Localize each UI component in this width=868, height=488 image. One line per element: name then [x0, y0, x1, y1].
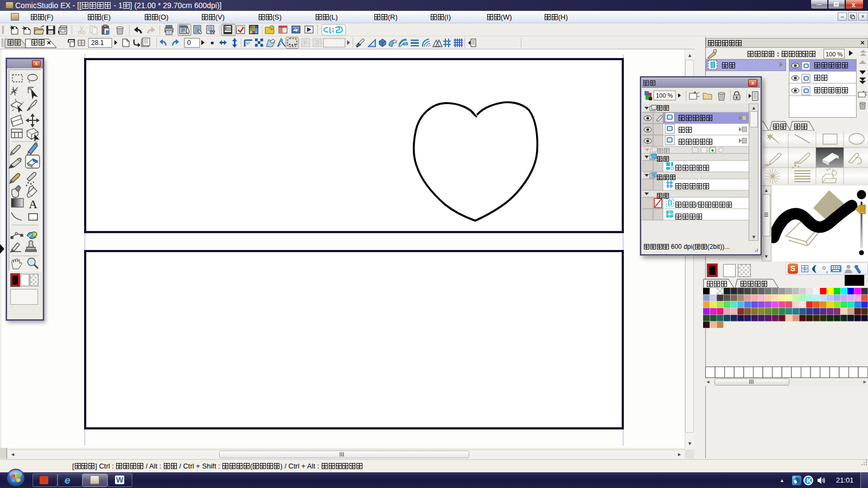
- svg-text:28.1: 28.1: [91, 39, 104, 47]
- svg-text:100 %: 100 %: [656, 92, 673, 99]
- svg-text:0: 0: [187, 39, 191, 47]
- svg-text:A: A: [29, 197, 37, 211]
